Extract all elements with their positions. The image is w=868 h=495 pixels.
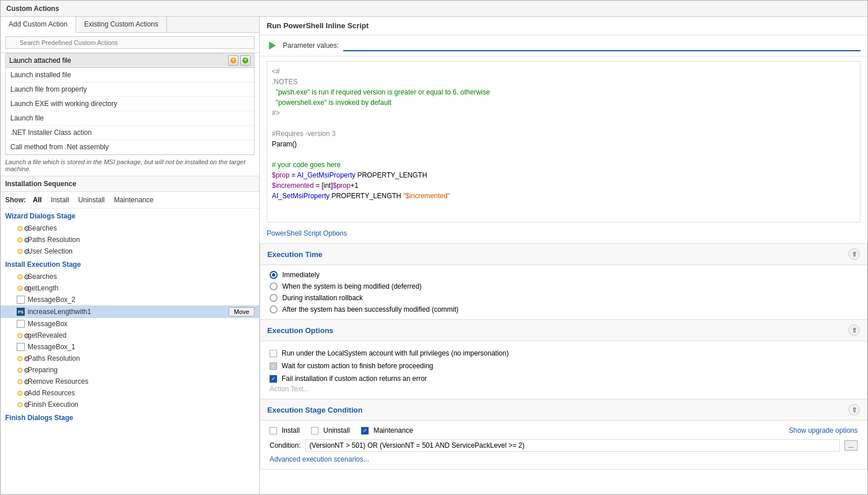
execution-time-content: Immediately When the system is being mod… [260, 265, 867, 319]
tree-item-messagebox1[interactable]: MessageBox_1 [1, 341, 259, 353]
param-input[interactable] [343, 40, 861, 51]
add-action-alt-btn[interactable]: + [240, 55, 251, 66]
square-icon [17, 296, 25, 304]
execution-options-header[interactable]: Execution Options ⇧ [260, 320, 867, 341]
execution-time-header[interactable]: Execution Time ⇧ [260, 244, 867, 265]
tree-item-paths2[interactable]: ⚙ Paths Resolution [1, 353, 259, 364]
code-line: AI_SetMsiProperty PROPERTY_LENGTH "$incr… [272, 191, 855, 201]
radio-rollback[interactable]: During installation rollback [270, 294, 858, 302]
action-item-icons: + + [228, 55, 251, 66]
code-editor[interactable]: <# .NOTES "pwsh.exe" is run if required … [267, 61, 861, 222]
tree-item-paths1[interactable]: ⚙ Paths Resolution [1, 234, 259, 245]
list-item[interactable]: Launch file [6, 111, 254, 126]
radio-immediately[interactable]: Immediately [270, 271, 858, 279]
cb-box[interactable] [270, 350, 277, 357]
collapse-execution-options-btn[interactable]: ⇧ [848, 324, 860, 336]
tree-item-getlength[interactable]: ⚙ getLength [1, 282, 259, 294]
checkbox-localsystem[interactable]: Run under the LocalSystem account with f… [270, 349, 858, 357]
code-span: +1 [350, 182, 358, 190]
show-upgrade-link[interactable]: Show upgrade options [789, 426, 858, 434]
advanced-link[interactable]: Advanced execution scenarios... [270, 455, 858, 463]
gear-icon: ⚙ [17, 400, 25, 409]
cb-box[interactable]: ✓ [361, 427, 369, 434]
install-stage-title: Install Execution Stage [1, 257, 259, 271]
cb-box[interactable]: ✓ [270, 362, 277, 370]
code-line: <# [272, 66, 855, 77]
list-item[interactable]: Launch EXE with working directory [6, 97, 254, 111]
list-item[interactable]: Call method from .Net assembly [6, 140, 254, 154]
checkbox-maintenance-cond[interactable]: ✓ Maintenance [361, 426, 413, 434]
tree-item-remove-resources[interactable]: ⚙ Remove Resources [1, 376, 259, 387]
checkbox-install-cond[interactable]: Install [270, 426, 300, 434]
code-span: PROPERTY_LENGTH [329, 192, 403, 200]
cb-box[interactable]: ✓ [270, 375, 277, 383]
code-span: $prop [333, 182, 351, 190]
cb-label: Run under the LocalSystem account with f… [282, 349, 509, 357]
search-input[interactable] [5, 36, 255, 49]
show-install-btn[interactable]: Install [48, 195, 71, 205]
tree-item-messagebox2[interactable]: MessageBox_2 [1, 294, 259, 305]
tree-item-label: User Selection [28, 247, 73, 255]
tree-item-finish-execution[interactable]: ⚙ Finish Execution [1, 399, 259, 410]
installation-sequence-header: Installation Sequence [1, 176, 259, 192]
code-span: = [290, 171, 297, 179]
show-uninstall-btn[interactable]: Uninstall [76, 195, 107, 205]
execution-time-section: Execution Time ⇧ Immediately When the sy… [260, 243, 867, 320]
tree-item-label: Searches [28, 224, 57, 232]
tree-item-increaselength[interactable]: PS increaseLengthwith1 Move [1, 305, 259, 318]
add-action-btn[interactable]: + [228, 55, 238, 66]
checkbox-fail[interactable]: ✓ Fail installation if custom action ret… [270, 375, 858, 383]
ps-options-link[interactable]: PowerShell Script Options [260, 227, 867, 243]
radio-label: During installation rollback [282, 294, 363, 302]
action-list-scroll: Launch installed file Launch file from p… [6, 68, 254, 154]
gear-icon: ⚙ [17, 389, 25, 397]
ps-icon: PS [17, 308, 25, 316]
wizard-stage-title: Wizard Dialogs Stage [1, 209, 259, 222]
move-button[interactable]: Move [229, 307, 255, 316]
list-item[interactable]: Launch file from property [6, 82, 254, 97]
gear-icon: ⚙ [17, 354, 25, 362]
cb-label: Maintenance [373, 426, 413, 434]
collapse-execution-time-btn[interactable]: ⇧ [848, 248, 860, 260]
checkbox-wait[interactable]: ✓ Wait for custom action to finish befor… [270, 362, 858, 370]
show-maintenance-btn[interactable]: Maintenance [112, 195, 156, 205]
tree-item-searches2[interactable]: ⚙ Searches [1, 271, 259, 282]
cb-label: Install [282, 426, 300, 434]
tree-item-user-selection[interactable]: ⚙ User Selection [1, 245, 259, 257]
radio-label: When the system is being modified (defer… [282, 282, 422, 290]
tree-item-add-resources[interactable]: ⚙ Add Resources [1, 387, 259, 399]
code-span: "$incremented" [403, 192, 450, 200]
tree-item-preparing[interactable]: ⚙ Preparing [1, 364, 259, 376]
show-all-btn[interactable]: All [31, 195, 44, 205]
search-box: 🔍 [1, 33, 259, 53]
show-label: Show: [5, 196, 26, 204]
tree-item-searches1[interactable]: ⚙ Searches [1, 222, 259, 234]
tree-item-messagebox[interactable]: MessageBox [1, 318, 259, 330]
condition-input[interactable] [305, 439, 840, 452]
tab-add-custom-action[interactable]: Add Custom Action [1, 17, 76, 33]
condition-dots-btn[interactable]: ... [844, 440, 858, 451]
code-line [272, 149, 855, 160]
cb-box[interactable] [270, 427, 277, 434]
radio-commit[interactable]: After the system has been successfully m… [270, 305, 858, 313]
radio-group: Immediately When the system is being mod… [270, 271, 858, 313]
checkbox-uninstall-cond[interactable]: Uninstall [311, 426, 350, 434]
tab-existing-custom-actions[interactable]: Existing Custom Actions [76, 17, 167, 32]
execution-condition-header[interactable]: Execution Stage Condition ⇧ [260, 399, 867, 421]
code-line [272, 118, 855, 129]
tree-item-label: Preparing [28, 366, 58, 374]
check-mark: ✓ [363, 428, 367, 433]
gear-icon: ⚙ [17, 331, 25, 339]
list-item[interactable]: Launch installed file [6, 68, 254, 82]
right-panel: Run PowerShell Inline Script Parameter v… [260, 17, 867, 494]
radio-deferred[interactable]: When the system is being modified (defer… [270, 282, 858, 290]
collapse-condition-btn[interactable]: ⇧ [848, 404, 860, 415]
cb-box[interactable] [311, 427, 319, 434]
action-list-container: Launch attached file + + Launch installe… [5, 53, 255, 155]
radio-circle [270, 305, 278, 313]
run-button[interactable] [267, 40, 278, 51]
action-text-link[interactable]: Action Text... [270, 383, 858, 393]
list-item[interactable]: .NET Installer Class action [6, 126, 254, 140]
tree-item-getrevealed[interactable]: ⚙ getRevealed [1, 330, 259, 341]
code-span: AI_SetMsiProperty [272, 192, 329, 200]
